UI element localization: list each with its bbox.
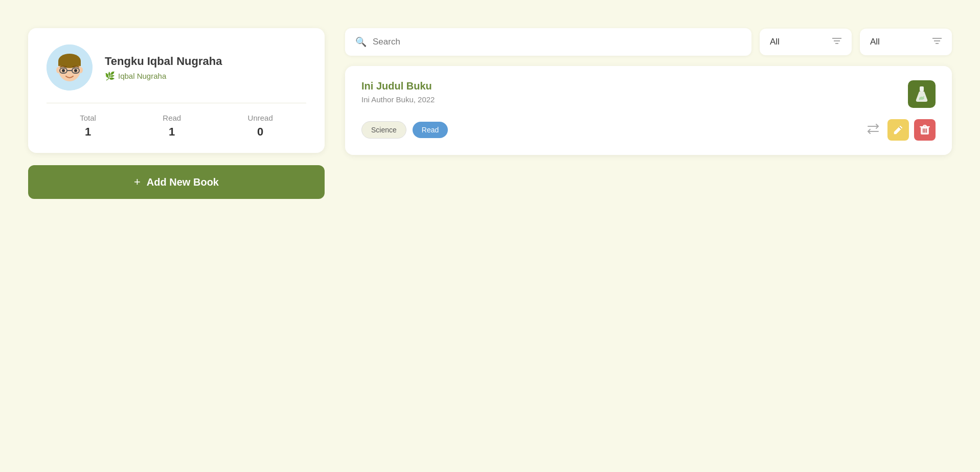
unread-label: Unread: [248, 114, 273, 122]
book-genre-icon: [908, 80, 936, 108]
filter-status-icon: [932, 37, 942, 47]
stat-unread: Unread 0: [248, 114, 273, 139]
search-icon: 🔍: [355, 36, 367, 48]
book-meta: Ini Author Buku, 2022: [361, 95, 908, 104]
svg-rect-17: [920, 86, 924, 92]
add-book-label: Add New Book: [147, 176, 219, 188]
profile-info: Tengku Iqbal Nugraha 🌿 Iqbal Nugraha: [105, 55, 222, 81]
book-info: Ini Judul Buku Ini Author Buku, 2022: [361, 80, 908, 104]
filter-category-label: All: [770, 37, 824, 47]
book-card-top: Ini Judul Buku Ini Author Buku, 2022: [361, 80, 936, 108]
svg-point-10: [74, 69, 77, 72]
right-panel: 🔍 All All: [345, 28, 952, 155]
profile-username-row: 🌿 Iqbal Nugraha: [105, 71, 222, 81]
stat-total: Total 1: [80, 114, 96, 139]
book-title: Ini Judul Buku: [361, 80, 908, 92]
edit-button[interactable]: [887, 119, 909, 141]
divider: [47, 103, 306, 103]
delete-button[interactable]: [914, 119, 936, 141]
svg-point-19: [919, 99, 921, 100]
leaf-icon: 🌿: [105, 71, 115, 81]
plus-icon: +: [134, 175, 141, 189]
profile-name: Tengku Iqbal Nugraha: [105, 55, 222, 68]
filter-category-dropdown[interactable]: All: [760, 29, 852, 55]
swap-button[interactable]: [864, 121, 882, 140]
svg-point-9: [62, 69, 65, 72]
svg-rect-3: [58, 61, 81, 66]
profile-username: Iqbal Nugraha: [118, 72, 166, 80]
search-filter-row: 🔍 All All: [345, 28, 952, 56]
stat-read: Read 1: [163, 114, 181, 139]
profile-top: Tengku Iqbal Nugraha 🌿 Iqbal Nugraha: [47, 44, 306, 91]
status-tag: Read: [413, 122, 448, 138]
read-label: Read: [163, 114, 181, 122]
left-panel: Tengku Iqbal Nugraha 🌿 Iqbal Nugraha Tot…: [28, 28, 325, 199]
total-value: 1: [80, 125, 96, 139]
avatar: [47, 44, 93, 91]
book-card-bottom: Science Read: [361, 119, 936, 141]
svg-point-20: [923, 96, 924, 97]
unread-value: 0: [248, 125, 273, 139]
genre-tag: Science: [361, 121, 406, 139]
search-input[interactable]: [373, 37, 741, 47]
filter-status-dropdown[interactable]: All: [860, 29, 952, 55]
book-tags: Science Read: [361, 121, 448, 139]
stats-row: Total 1 Read 1 Unread 0: [47, 114, 306, 139]
filter-category-icon: [832, 37, 841, 47]
filter-status-label: All: [870, 37, 924, 47]
profile-card: Tengku Iqbal Nugraha 🌿 Iqbal Nugraha Tot…: [28, 28, 325, 153]
book-actions: [864, 119, 936, 141]
read-value: 1: [163, 125, 181, 139]
add-new-book-button[interactable]: + Add New Book: [28, 165, 325, 199]
total-label: Total: [80, 114, 96, 122]
avatar-image: [47, 44, 93, 91]
search-box: 🔍: [345, 28, 751, 56]
book-card: Ini Judul Buku Ini Author Buku, 2022 Sci…: [345, 66, 952, 155]
